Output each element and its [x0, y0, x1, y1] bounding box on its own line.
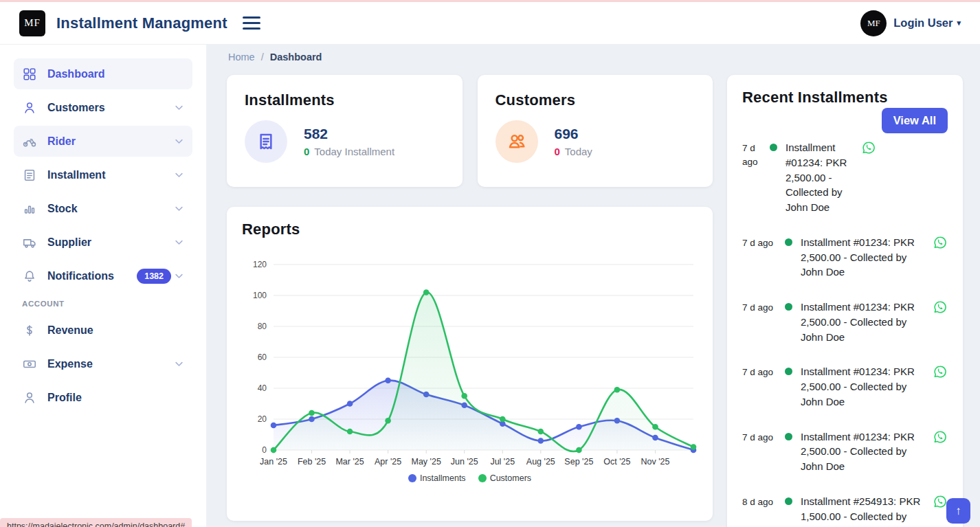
stat-today-count: 0 [555, 146, 560, 157]
app-logo-text: MF [24, 17, 41, 29]
recent-installments-card: Recent Installments View All 7 d ago Ins… [727, 75, 963, 527]
chevron-down-icon [174, 170, 184, 180]
legend-dot [408, 474, 416, 482]
status-dot [785, 238, 792, 246]
legend-dot [478, 474, 487, 482]
svg-text:40: 40 [258, 383, 267, 393]
bell-icon [22, 269, 37, 284]
receipt-icon [245, 120, 287, 163]
app-logo: MF [19, 10, 45, 36]
svg-text:100: 100 [253, 291, 267, 300]
whatsapp-icon[interactable] [933, 494, 948, 509]
breadcrumb: Home / Dashboard [228, 52, 963, 63]
recent-item-text: Installment #01234: PKR 2,500.00 - Colle… [801, 429, 927, 474]
sidebar-item-profile[interactable]: Profile [14, 382, 192, 413]
svg-text:Mar '25: Mar '25 [335, 457, 364, 467]
recent-item-time: 7 d ago [742, 429, 781, 474]
recent-installment-item: 7 d ago Installment #01234: PKR 2,500.00… [742, 300, 948, 344]
installments-card: Installments 582 0Today Installment [227, 75, 463, 187]
sidebar-item-supplier[interactable]: Supplier [14, 227, 192, 258]
breadcrumb-separator: / [261, 52, 264, 63]
svg-text:Sep '25: Sep '25 [564, 457, 593, 467]
whatsapp-icon[interactable] [933, 235, 948, 250]
chevron-down-icon [174, 237, 184, 247]
header-right: MF Login User ▾ [860, 10, 961, 36]
whatsapp-icon[interactable] [861, 140, 876, 155]
profile-icon [22, 390, 37, 405]
customers-card: Customers 696 0Today [478, 75, 713, 187]
legend-item-installments[interactable]: Installments [408, 473, 466, 483]
sidebar-item-label: Supplier [47, 236, 174, 249]
sidebar-item-expense[interactable]: Expense [14, 348, 192, 379]
motorcycle-icon [22, 134, 37, 149]
stat-subtext: 0Today Installment [304, 146, 394, 157]
recent-item-time: 7 d ago [742, 140, 766, 215]
sidebar-item-customers[interactable]: Customers [14, 92, 192, 123]
svg-text:Jul '25: Jul '25 [490, 457, 515, 467]
sidebar-item-rider[interactable]: Rider [14, 126, 192, 157]
user-avatar[interactable]: MF [860, 10, 887, 36]
recent-installment-item: 7 d ago Installment #01234: PKR 2,500.00… [742, 235, 948, 280]
notification-count-badge: 1382 [137, 269, 171, 284]
svg-text:May '25: May '25 [411, 457, 441, 467]
sidebar-item-dashboard[interactable]: Dashboard [14, 58, 192, 89]
svg-text:Apr '25: Apr '25 [375, 457, 401, 467]
view-all-button[interactable]: View All [882, 108, 948, 133]
sidebar-item-label: Stock [47, 203, 174, 215]
sidebar-item-label: Installment [47, 169, 174, 181]
sidebar-section-label: ACCOUNT [22, 300, 192, 308]
svg-text:120: 120 [253, 260, 267, 269]
svg-text:Nov '25: Nov '25 [641, 457, 669, 467]
stat-card-title: Installments [245, 91, 445, 109]
svg-text:20: 20 [258, 414, 267, 424]
recent-installments-list: 7 d ago Installment #01234: PKR 2,500.00… [742, 140, 948, 527]
recent-item-text: Installment #01234: PKR 2,500.00 - Colle… [801, 364, 927, 409]
whatsapp-icon[interactable] [933, 300, 948, 315]
users-icon [495, 120, 538, 163]
legend-item-customers[interactable]: Customers [478, 473, 531, 483]
menu-toggle-icon[interactable] [240, 14, 263, 32]
sidebar-item-revenue[interactable]: Revenue [14, 315, 192, 346]
recent-installment-item: 7 d ago Installment #01234: PKR 2,500.00… [742, 429, 948, 474]
whatsapp-icon[interactable] [933, 364, 948, 379]
recent-installment-item: 8 d ago Installment #254913: PKR 1,500.0… [742, 494, 948, 527]
whatsapp-icon[interactable] [933, 429, 948, 445]
receipt-list-icon [22, 168, 37, 183]
stat-value: 582 [304, 126, 394, 142]
recent-item-text: Installment #01234: PKR 2,500.00 - Colle… [801, 235, 927, 280]
sidebar-item-label: Expense [47, 358, 174, 370]
status-dot [785, 368, 792, 375]
svg-text:Oct '25: Oct '25 [603, 457, 630, 467]
sidebar-item-label: Rider [47, 135, 174, 148]
bar-chart-icon [22, 201, 37, 216]
recent-installment-item: 7 d ago Installment #01234: PKR 2,500.00… [742, 140, 948, 215]
svg-text:60: 60 [258, 352, 267, 362]
legend-label: Installments [420, 473, 466, 483]
user-menu[interactable]: Login User ▾ [893, 16, 961, 30]
scroll-to-top-button[interactable]: ↑ [946, 498, 970, 524]
svg-text:0: 0 [262, 445, 267, 455]
stat-value: 696 [555, 126, 592, 142]
reports-card: Reports 020406080100120Jan '25Feb '25Mar… [227, 207, 713, 521]
breadcrumb-home[interactable]: Home [228, 52, 255, 63]
app-title: Installment Managment [56, 14, 227, 32]
banknote-icon [22, 357, 37, 372]
breadcrumb-current: Dashboard [270, 52, 322, 63]
svg-text:Aug '25: Aug '25 [526, 457, 555, 467]
status-dot [785, 433, 792, 440]
sidebar-item-label: Dashboard [47, 68, 184, 80]
svg-text:80: 80 [258, 322, 267, 331]
svg-text:Jan '25: Jan '25 [260, 457, 287, 467]
reports-title: Reports [242, 221, 698, 238]
avatar-text: MF [867, 18, 880, 29]
stat-today-label: Today [565, 146, 592, 157]
main-content: Home / Dashboard Installments 582 0Today… [206, 45, 980, 527]
stat-card-title: Customers [495, 91, 695, 109]
user-menu-label: Login User [893, 16, 953, 30]
sidebar-item-installment[interactable]: Installment [14, 159, 192, 190]
sidebar-item-stock[interactable]: Stock [14, 193, 192, 224]
reports-line-chart[interactable]: 020406080100120Jan '25Feb '25Mar '25Apr … [242, 256, 698, 472]
sidebar-item-notifications[interactable]: Notifications 1382 [14, 260, 192, 291]
sidebar-item-label: Notifications [47, 270, 137, 282]
recent-item-time: 7 d ago [742, 300, 781, 344]
